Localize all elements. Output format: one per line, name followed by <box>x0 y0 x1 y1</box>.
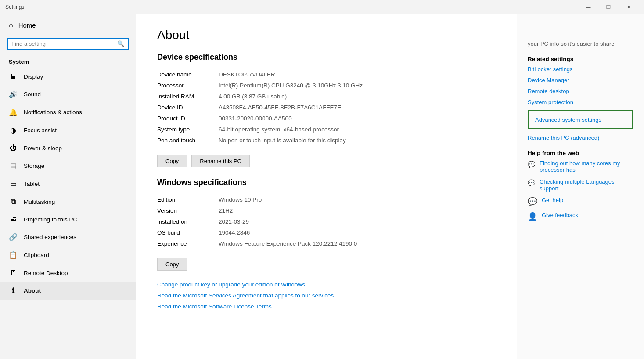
spec-value: Intel(R) Pentium(R) CPU G3240 @ 3.10GHz … <box>219 80 496 91</box>
sidebar-item-projecting[interactable]: 📽 Projecting to this PC <box>0 210 136 228</box>
spec-label: Installed RAM <box>157 91 219 102</box>
device-manager-link[interactable]: Device Manager <box>528 77 633 83</box>
multitasking-icon: ⧉ <box>9 198 18 206</box>
sidebar: ⌂ Home 🔍 System 🖥 Display 🔊 Sound 🔔 Noti… <box>0 14 136 359</box>
table-row: Installed RAM4.00 GB (3.87 GB usable) <box>157 91 496 102</box>
sidebar-item-about[interactable]: ℹ About <box>0 282 136 300</box>
storage-icon: ▤ <box>9 162 18 170</box>
sidebar-label-notifications: Notifications & actions <box>24 109 82 116</box>
help-heading: Help from the web <box>528 150 633 156</box>
system-protection-link[interactable]: System protection <box>528 99 633 105</box>
bottom-link[interactable]: Read the Microsoft Software License Term… <box>157 303 496 310</box>
table-row: OS build19044.2846 <box>157 227 496 238</box>
languages-link[interactable]: Checking multiple Languages support <box>540 178 633 192</box>
sidebar-item-multitasking[interactable]: ⧉ Multitasking <box>0 193 136 210</box>
bottom-link[interactable]: Read the Microsoft Services Agreement th… <box>157 292 496 299</box>
rename-advanced-link[interactable]: Rename this PC (advanced) <box>528 134 633 141</box>
sidebar-item-power[interactable]: ⏻ Power & sleep <box>0 139 136 157</box>
sidebar-item-notifications[interactable]: 🔔 Notifications & actions <box>0 103 136 121</box>
spec-label: Edition <box>157 194 219 205</box>
search-box[interactable]: 🔍 <box>7 38 129 50</box>
app-container: ⌂ Home 🔍 System 🖥 Display 🔊 Sound 🔔 Noti… <box>0 14 644 359</box>
sidebar-label-about: About <box>24 287 41 294</box>
help-item-feedback[interactable]: 👤 Give feedback <box>528 212 633 221</box>
table-row: Installed on2021-03-29 <box>157 216 496 227</box>
spec-value: 00331-20020-00000-AA500 <box>219 113 496 124</box>
related-settings-heading: Related settings <box>528 56 633 62</box>
copy-device-button[interactable]: Copy <box>157 155 187 167</box>
window-controls: — ❐ ✕ <box>578 0 639 14</box>
table-row: Version21H2 <box>157 205 496 216</box>
sidebar-item-display[interactable]: 🖥 Display <box>0 68 136 85</box>
device-specs-table: Device nameDESKTOP-7VU4LERProcessorIntel… <box>157 69 496 146</box>
table-row: Device nameDESKTOP-7VU4LER <box>157 69 496 80</box>
table-row: ProcessorIntel(R) Pentium(R) CPU G3240 @… <box>157 80 496 91</box>
table-row: Pen and touchNo pen or touch input is av… <box>157 135 496 146</box>
sidebar-item-home[interactable]: ⌂ Home <box>0 14 136 36</box>
sidebar-item-sound[interactable]: 🔊 Sound <box>0 85 136 103</box>
power-icon: ⏻ <box>9 144 18 152</box>
spec-value: 2021-03-29 <box>219 216 496 227</box>
windows-btn-row: Copy <box>157 258 496 271</box>
notifications-icon: 🔔 <box>9 108 18 116</box>
maximize-button[interactable]: ❐ <box>598 0 619 14</box>
spec-label: Experience <box>157 238 219 249</box>
help-item-cores: 💬 Finding out how many cores my processo… <box>528 160 633 173</box>
sidebar-item-tablet[interactable]: ▭ Tablet <box>0 175 136 193</box>
spec-label: OS build <box>157 227 219 238</box>
sidebar-item-clipboard[interactable]: 📋 Clipboard <box>0 246 136 264</box>
help-cores-icon: 💬 <box>528 161 535 168</box>
sidebar-item-focus[interactable]: ◑ Focus assist <box>0 121 136 139</box>
copy-windows-button[interactable]: Copy <box>157 258 187 271</box>
help-languages-icon: 💬 <box>528 179 535 186</box>
device-specs-title: Device specifications <box>157 53 496 62</box>
partial-intro-text: your PC info so it's easier to share. <box>528 40 633 47</box>
close-button[interactable]: ✕ <box>619 0 639 14</box>
spec-label: Version <box>157 205 219 216</box>
app-title: Settings <box>5 4 24 10</box>
minimize-button[interactable]: — <box>578 0 598 14</box>
sidebar-label-shared: Shared experiences <box>24 234 76 240</box>
spec-value: Windows 10 Pro <box>219 194 496 205</box>
table-row: ExperienceWindows Feature Experience Pac… <box>157 238 496 249</box>
spec-label: Processor <box>157 80 219 91</box>
sidebar-label-display: Display <box>24 73 43 80</box>
spec-label: System type <box>157 124 219 135</box>
advanced-settings-link[interactable]: Advanced system settings <box>535 116 601 123</box>
tablet-icon: ▭ <box>9 180 18 188</box>
sidebar-item-storage[interactable]: ▤ Storage <box>0 157 136 175</box>
spec-label: Device name <box>157 69 219 80</box>
spec-label: Installed on <box>157 216 219 227</box>
sidebar-label-storage: Storage <box>24 163 44 169</box>
shared-icon: 🔗 <box>9 233 18 241</box>
projecting-icon: 📽 <box>9 215 18 223</box>
get-help-icon: 💬 <box>528 197 537 207</box>
display-icon: 🖥 <box>9 73 18 80</box>
sidebar-item-shared[interactable]: 🔗 Shared experiences <box>0 228 136 246</box>
rename-pc-button[interactable]: Rename this PC <box>191 155 250 167</box>
search-input[interactable] <box>11 40 117 47</box>
sidebar-label-remote: Remote Desktop <box>24 270 68 276</box>
bottom-links: Change product key or upgrade your editi… <box>157 281 496 310</box>
sidebar-item-remote[interactable]: 🖥 Remote Desktop <box>0 264 136 282</box>
spec-value: 19044.2846 <box>219 227 496 238</box>
get-help-link[interactable]: Get help <box>542 197 563 203</box>
sidebar-section-system: System <box>0 55 136 68</box>
spec-value: A43508F4-AB50-45FE-8E2B-F7A6C1AFFE7E <box>219 102 496 113</box>
spec-value: No pen or touch input is available for t… <box>219 135 496 146</box>
remote-desktop-link[interactable]: Remote desktop <box>528 88 633 94</box>
help-item-get-help[interactable]: 💬 Get help <box>528 197 633 207</box>
home-label: Home <box>18 22 36 29</box>
device-btn-row: Copy Rename this PC <box>157 155 496 167</box>
sidebar-label-focus: Focus assist <box>24 127 57 134</box>
bottom-link[interactable]: Change product key or upgrade your editi… <box>157 281 496 288</box>
cores-link[interactable]: Finding out how many cores my processor … <box>540 160 633 173</box>
give-feedback-link[interactable]: Give feedback <box>542 212 578 218</box>
remote-icon: 🖥 <box>9 269 18 277</box>
sidebar-label-projecting: Projecting to this PC <box>24 216 77 223</box>
windows-specs-table: EditionWindows 10 ProVersion21H2Installe… <box>157 194 496 249</box>
help-section: Help from the web 💬 Finding out how many… <box>528 150 633 221</box>
bitlocker-link[interactable]: BitLocker settings <box>528 66 633 73</box>
spec-value: Windows Feature Experience Pack 120.2212… <box>219 238 496 249</box>
spec-label: Pen and touch <box>157 135 219 146</box>
